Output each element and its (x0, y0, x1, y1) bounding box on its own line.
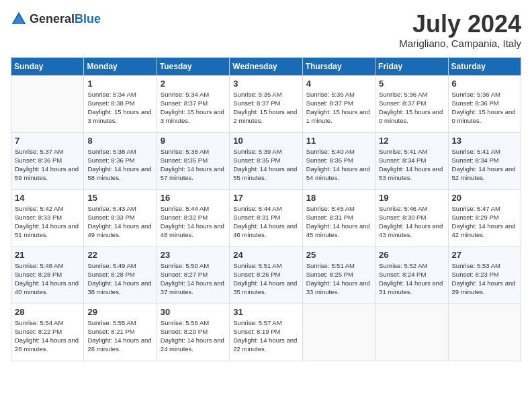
day-number: 21 (15, 250, 80, 260)
day-cell (448, 304, 521, 361)
day-info: Sunrise: 5:36 AMSunset: 8:36 PMDaylight:… (452, 90, 517, 126)
day-cell: 14 Sunrise: 5:42 AMSunset: 8:33 PMDaylig… (11, 189, 84, 246)
day-info: Sunrise: 5:41 AMSunset: 8:34 PMDaylight:… (379, 147, 444, 183)
col-tuesday: Tuesday (157, 57, 229, 75)
day-cell: 24 Sunrise: 5:51 AMSunset: 8:26 PMDaylig… (230, 246, 302, 304)
day-info: Sunrise: 5:38 AMSunset: 8:35 PMDaylight:… (161, 147, 226, 183)
week-row-3: 21 Sunrise: 5:48 AMSunset: 8:28 PMDaylig… (11, 246, 521, 304)
day-info: Sunrise: 5:53 AMSunset: 8:23 PMDaylight:… (452, 261, 517, 297)
day-info: Sunrise: 5:57 AMSunset: 8:19 PMDaylight:… (233, 318, 298, 354)
day-number: 4 (306, 79, 371, 89)
day-cell: 27 Sunrise: 5:53 AMSunset: 8:23 PMDaylig… (448, 246, 521, 304)
day-number: 9 (161, 136, 226, 146)
logo-blue: Blue (75, 12, 101, 26)
day-info: Sunrise: 5:49 AMSunset: 8:28 PMDaylight:… (87, 261, 152, 297)
day-number: 7 (15, 136, 80, 146)
day-number: 14 (15, 193, 80, 203)
col-monday: Monday (84, 57, 157, 75)
day-cell: 20 Sunrise: 5:47 AMSunset: 8:29 PMDaylig… (448, 189, 521, 246)
day-info: Sunrise: 5:36 AMSunset: 8:37 PMDaylight:… (379, 90, 444, 126)
day-info: Sunrise: 5:51 AMSunset: 8:26 PMDaylight:… (233, 261, 298, 297)
day-number: 12 (379, 136, 444, 146)
day-number: 31 (233, 307, 298, 317)
day-info: Sunrise: 5:46 AMSunset: 8:30 PMDaylight:… (379, 204, 444, 240)
day-cell: 25 Sunrise: 5:51 AMSunset: 8:25 PMDaylig… (302, 246, 375, 304)
day-number: 8 (87, 136, 152, 146)
day-info: Sunrise: 5:44 AMSunset: 8:32 PMDaylight:… (161, 204, 226, 240)
day-info: Sunrise: 5:34 AMSunset: 8:37 PMDaylight:… (161, 90, 226, 126)
location: Marigliano, Campania, Italy (399, 38, 521, 49)
day-number: 22 (87, 250, 152, 260)
logo-general: General (30, 12, 75, 26)
day-number: 3 (233, 79, 298, 89)
day-info: Sunrise: 5:35 AMSunset: 8:37 PMDaylight:… (306, 90, 371, 126)
day-cell: 17 Sunrise: 5:44 AMSunset: 8:31 PMDaylig… (230, 189, 302, 246)
col-wednesday: Wednesday (230, 57, 302, 75)
day-cell: 18 Sunrise: 5:45 AMSunset: 8:31 PMDaylig… (302, 189, 375, 246)
day-number: 23 (161, 250, 226, 260)
day-number: 30 (161, 307, 226, 317)
day-info: Sunrise: 5:45 AMSunset: 8:31 PMDaylight:… (306, 204, 371, 240)
day-cell: 11 Sunrise: 5:40 AMSunset: 8:35 PMDaylig… (302, 132, 375, 189)
day-cell: 10 Sunrise: 5:39 AMSunset: 8:35 PMDaylig… (230, 132, 302, 189)
day-cell: 7 Sunrise: 5:37 AMSunset: 8:36 PMDayligh… (11, 132, 84, 189)
day-number: 15 (87, 193, 152, 203)
col-friday: Friday (375, 57, 448, 75)
day-cell (375, 304, 448, 361)
week-row-1: 7 Sunrise: 5:37 AMSunset: 8:36 PMDayligh… (11, 132, 521, 189)
day-number: 28 (15, 307, 80, 317)
day-cell: 13 Sunrise: 5:41 AMSunset: 8:34 PMDaylig… (448, 132, 521, 189)
day-number: 27 (452, 250, 517, 260)
week-row-0: 1 Sunrise: 5:34 AMSunset: 8:38 PMDayligh… (11, 75, 521, 132)
header-row: Sunday Monday Tuesday Wednesday Thursday… (11, 57, 521, 75)
day-cell: 21 Sunrise: 5:48 AMSunset: 8:28 PMDaylig… (11, 246, 84, 304)
day-cell: 23 Sunrise: 5:50 AMSunset: 8:27 PMDaylig… (157, 246, 229, 304)
day-cell: 5 Sunrise: 5:36 AMSunset: 8:37 PMDayligh… (375, 75, 448, 132)
day-info: Sunrise: 5:56 AMSunset: 8:20 PMDaylight:… (161, 318, 226, 354)
day-info: Sunrise: 5:55 AMSunset: 8:21 PMDaylight:… (87, 318, 152, 354)
day-number: 17 (233, 193, 298, 203)
day-info: Sunrise: 5:50 AMSunset: 8:27 PMDaylight:… (161, 261, 226, 297)
day-number: 11 (306, 136, 371, 146)
logo-text: GeneralBlue (30, 12, 101, 26)
day-info: Sunrise: 5:39 AMSunset: 8:35 PMDaylight:… (233, 147, 298, 183)
week-row-2: 14 Sunrise: 5:42 AMSunset: 8:33 PMDaylig… (11, 189, 521, 246)
day-cell: 16 Sunrise: 5:44 AMSunset: 8:32 PMDaylig… (157, 189, 229, 246)
day-number: 20 (452, 193, 517, 203)
calendar-table: Sunday Monday Tuesday Wednesday Thursday… (11, 57, 521, 361)
day-info: Sunrise: 5:44 AMSunset: 8:31 PMDaylight:… (233, 204, 298, 240)
day-number: 1 (87, 79, 152, 89)
day-number: 13 (452, 136, 517, 146)
day-number: 24 (233, 250, 298, 260)
day-info: Sunrise: 5:40 AMSunset: 8:35 PMDaylight:… (306, 147, 371, 183)
day-number: 26 (379, 250, 444, 260)
logo: GeneralBlue (11, 11, 101, 27)
logo-icon (11, 11, 27, 27)
day-info: Sunrise: 5:48 AMSunset: 8:28 PMDaylight:… (15, 261, 80, 297)
day-number: 18 (306, 193, 371, 203)
day-cell: 31 Sunrise: 5:57 AMSunset: 8:19 PMDaylig… (230, 304, 302, 361)
col-thursday: Thursday (302, 57, 375, 75)
day-info: Sunrise: 5:54 AMSunset: 8:22 PMDaylight:… (15, 318, 80, 354)
day-info: Sunrise: 5:34 AMSunset: 8:38 PMDaylight:… (87, 90, 152, 126)
day-number: 2 (161, 79, 226, 89)
day-cell: 30 Sunrise: 5:56 AMSunset: 8:20 PMDaylig… (157, 304, 229, 361)
day-cell: 22 Sunrise: 5:49 AMSunset: 8:28 PMDaylig… (84, 246, 157, 304)
day-cell: 1 Sunrise: 5:34 AMSunset: 8:38 PMDayligh… (84, 75, 157, 132)
day-cell: 19 Sunrise: 5:46 AMSunset: 8:30 PMDaylig… (375, 189, 448, 246)
page-header: GeneralBlue July 2024 Marigliano, Campan… (11, 11, 521, 49)
day-cell (302, 304, 375, 361)
day-cell: 3 Sunrise: 5:35 AMSunset: 8:37 PMDayligh… (230, 75, 302, 132)
day-cell: 29 Sunrise: 5:55 AMSunset: 8:21 PMDaylig… (84, 304, 157, 361)
day-cell: 15 Sunrise: 5:43 AMSunset: 8:33 PMDaylig… (84, 189, 157, 246)
day-number: 10 (233, 136, 298, 146)
day-info: Sunrise: 5:42 AMSunset: 8:33 PMDaylight:… (15, 204, 80, 240)
day-number: 29 (87, 307, 152, 317)
week-row-4: 28 Sunrise: 5:54 AMSunset: 8:22 PMDaylig… (11, 304, 521, 361)
day-number: 25 (306, 250, 371, 260)
day-info: Sunrise: 5:37 AMSunset: 8:36 PMDaylight:… (15, 147, 80, 183)
day-cell: 12 Sunrise: 5:41 AMSunset: 8:34 PMDaylig… (375, 132, 448, 189)
day-number: 19 (379, 193, 444, 203)
day-cell (11, 75, 84, 132)
day-cell: 4 Sunrise: 5:35 AMSunset: 8:37 PMDayligh… (302, 75, 375, 132)
